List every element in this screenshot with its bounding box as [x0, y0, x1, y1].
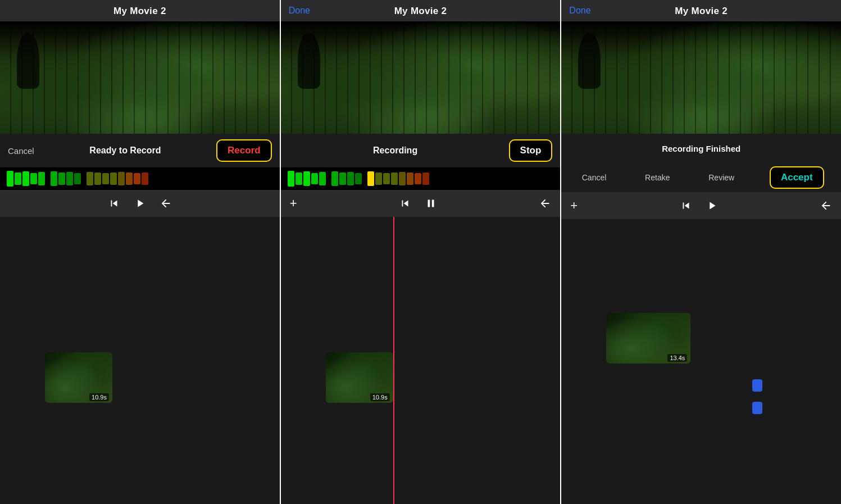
- play-icon: [134, 197, 146, 210]
- panel3-status-label: Recording Finished: [662, 144, 740, 153]
- play-icon-3: [706, 199, 718, 212]
- panel3-rewind-button[interactable]: [680, 199, 692, 212]
- panel3-cancel-button[interactable]: Cancel: [579, 171, 610, 184]
- meter-bar-8: [66, 172, 73, 185]
- panel3-retake-button[interactable]: Retake: [642, 171, 673, 184]
- panel1-rewind-button[interactable]: [108, 197, 120, 210]
- panel2-pause-button[interactable]: [425, 197, 437, 210]
- pause-icon: [425, 197, 437, 210]
- panel2-back-button[interactable]: [539, 197, 551, 210]
- panel3-video-clip: 13.4s: [606, 313, 690, 364]
- panel1-back-button[interactable]: [160, 197, 172, 210]
- meter-bar-6: [51, 171, 57, 186]
- panel3-title: My Movie 2: [675, 6, 728, 16]
- p2-meter-bar-6: [331, 171, 338, 186]
- panel3-video-thumbnail: [561, 21, 841, 134]
- panel3-timeline-controls: +: [561, 192, 841, 219]
- panel1-header: My Movie 2: [0, 0, 280, 21]
- panel3-timeline-area: 13.4s: [561, 219, 841, 504]
- plus-icon-3: +: [570, 198, 578, 213]
- meter-bar-4: [30, 173, 37, 184]
- panel2-status-label: Recording: [289, 146, 502, 156]
- panel3-plus-button[interactable]: +: [570, 198, 578, 213]
- panel2-center-controls: [399, 197, 437, 210]
- panel3-video-preview: [561, 21, 841, 134]
- meter-bar-14: [118, 172, 125, 185]
- panel3-header: Done My Movie 2: [561, 0, 841, 21]
- p2-meter-bar-16: [422, 172, 429, 185]
- panel1-video-preview: [0, 21, 280, 134]
- panel-ready-to-record: My Movie 2 Cancel Ready to Record Record: [0, 0, 280, 504]
- panel3-control-bar: Recording Finished: [561, 134, 841, 163]
- panel2-title: My Movie 2: [394, 6, 447, 16]
- panel2-control-bar: Recording Stop: [281, 134, 561, 167]
- panel2-timeline-controls: +: [281, 190, 561, 217]
- meter-bar-13: [110, 172, 117, 185]
- panel1-status-label: Ready to Record: [41, 146, 210, 156]
- panel-recording-finished: Done My Movie 2 Recording Finished Cance…: [560, 0, 841, 504]
- p2-meter-bar-12: [391, 172, 398, 185]
- p2-meter-bar-5: [319, 172, 326, 185]
- meter-bar-16: [134, 173, 140, 184]
- panel1-title: My Movie 2: [113, 6, 166, 16]
- panel1-control-bar: Cancel Ready to Record Record: [0, 134, 280, 167]
- panel2-timeline-area: 10.9s: [281, 217, 561, 504]
- panel3-accept-button[interactable]: Accept: [770, 166, 824, 189]
- panel3-center-controls: [680, 199, 718, 212]
- meter-bar-12: [102, 173, 109, 184]
- panel3-finished-controls: Recording Finished: [662, 144, 740, 153]
- panel1-record-button[interactable]: Record: [216, 139, 272, 162]
- meter-bar-2: [15, 172, 21, 185]
- plus-icon: +: [290, 196, 297, 211]
- panel2-video-preview: [281, 21, 561, 134]
- panel3-done-button[interactable]: Done: [569, 6, 590, 16]
- panel2-video-thumbnail: [281, 21, 561, 134]
- panel3-vo-clip-1: [752, 379, 762, 392]
- panel3-back-button[interactable]: [820, 199, 832, 212]
- panel2-plus-button[interactable]: +: [290, 196, 297, 211]
- back-icon-2: [539, 197, 551, 210]
- meter-bar-9: [74, 173, 81, 184]
- p2-meter-bar-8: [347, 172, 354, 185]
- panel2-done-button[interactable]: Done: [289, 6, 310, 16]
- panel1-cancel-button[interactable]: Cancel: [8, 146, 34, 156]
- panel2-audio-meter: [281, 167, 561, 190]
- back-icon: [160, 197, 172, 210]
- panel3-review-button[interactable]: Review: [705, 171, 738, 184]
- p2-meter-bar-11: [383, 173, 390, 184]
- p2-meter-bar-9: [355, 173, 362, 184]
- panel1-video-thumbnail: [0, 21, 280, 134]
- p2-meter-bar-10: [375, 172, 382, 185]
- panel2-stop-button[interactable]: Stop: [509, 139, 553, 162]
- rewind-icon: [108, 197, 120, 210]
- meter-bar-15: [126, 172, 133, 185]
- p2-meter-bar-14: [407, 172, 413, 185]
- p2-meter-bar-3: [303, 171, 310, 186]
- panel3-play-button[interactable]: [706, 199, 718, 212]
- meter-bar-11: [94, 172, 101, 185]
- panel1-timeline-area: 10.9s: [0, 217, 280, 504]
- meter-bar-3: [22, 171, 29, 186]
- meter-bar-10: [87, 172, 93, 185]
- panel2-clip: 10.9s: [326, 352, 393, 403]
- meter-bar-7: [58, 172, 65, 185]
- p2-meter-bar-15: [415, 173, 421, 184]
- panel3-vo-clip-2: [752, 402, 762, 414]
- panel2-rewind-button[interactable]: [399, 197, 411, 210]
- p2-meter-bar-yellow: [367, 171, 374, 186]
- panel1-play-button[interactable]: [134, 197, 146, 210]
- p2-meter-bar-7: [339, 172, 346, 185]
- rewind-icon-3: [680, 199, 692, 212]
- panel1-audio-meter: [0, 167, 280, 190]
- meter-bar-17: [142, 172, 148, 185]
- rewind-icon-2: [399, 197, 411, 210]
- p2-meter-bar-4: [311, 173, 318, 184]
- panel2-header: Done My Movie 2: [281, 0, 561, 21]
- p2-meter-bar-2: [296, 172, 302, 185]
- p2-meter-bar-1: [288, 171, 294, 187]
- panel-recording: Done My Movie 2 Recording Stop +: [280, 0, 561, 504]
- panel2-clip-duration: 10.9s: [370, 393, 390, 401]
- panel2-playhead: [393, 217, 394, 504]
- meter-bar-5: [38, 172, 45, 185]
- panel1-timeline-controls: [0, 190, 280, 217]
